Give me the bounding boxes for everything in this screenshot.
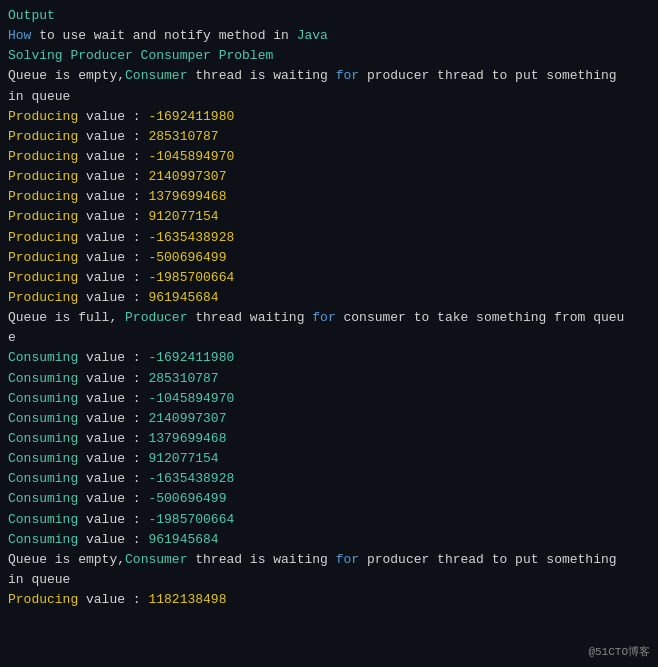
terminal-line-13: Producing value : -1985700664 <box>8 268 650 288</box>
terminal-line-29: Producing value : 1182138498 <box>8 590 650 610</box>
terminal-line-21: Consuming value : 1379699468 <box>8 429 650 449</box>
terminal-line-8: Producing value : 2140997307 <box>8 167 650 187</box>
terminal-line-4: in queue <box>8 87 650 107</box>
terminal: OutputHow to use wait and notify method … <box>0 0 658 667</box>
terminal-line-26: Consuming value : 961945684 <box>8 530 650 550</box>
terminal-line-18: Consuming value : 285310787 <box>8 369 650 389</box>
terminal-line-5: Producing value : -1692411980 <box>8 107 650 127</box>
terminal-line-24: Consuming value : -500696499 <box>8 489 650 509</box>
terminal-line-25: Consuming value : -1985700664 <box>8 510 650 530</box>
terminal-line-12: Producing value : -500696499 <box>8 248 650 268</box>
terminal-line-19: Consuming value : -1045894970 <box>8 389 650 409</box>
terminal-line-14: Producing value : 961945684 <box>8 288 650 308</box>
terminal-line-28: in queue <box>8 570 650 590</box>
terminal-line-23: Consuming value : -1635438928 <box>8 469 650 489</box>
terminal-line-1: How to use wait and notify method in Jav… <box>8 26 650 46</box>
watermark: @51CTO博客 <box>588 644 650 659</box>
terminal-line-27: Queue is empty,Consumer thread is waitin… <box>8 550 650 570</box>
terminal-line-7: Producing value : -1045894970 <box>8 147 650 167</box>
terminal-line-9: Producing value : 1379699468 <box>8 187 650 207</box>
terminal-line-10: Producing value : 912077154 <box>8 207 650 227</box>
terminal-line-0: Output <box>8 6 650 26</box>
terminal-line-22: Consuming value : 912077154 <box>8 449 650 469</box>
terminal-line-2: Solving Producer Consumper Problem <box>8 46 650 66</box>
terminal-line-15: Queue is full, Producer thread waiting f… <box>8 308 650 328</box>
terminal-line-11: Producing value : -1635438928 <box>8 228 650 248</box>
terminal-line-6: Producing value : 285310787 <box>8 127 650 147</box>
terminal-line-17: Consuming value : -1692411980 <box>8 348 650 368</box>
terminal-line-16: e <box>8 328 650 348</box>
terminal-line-3: Queue is empty,Consumer thread is waitin… <box>8 66 650 86</box>
terminal-line-20: Consuming value : 2140997307 <box>8 409 650 429</box>
